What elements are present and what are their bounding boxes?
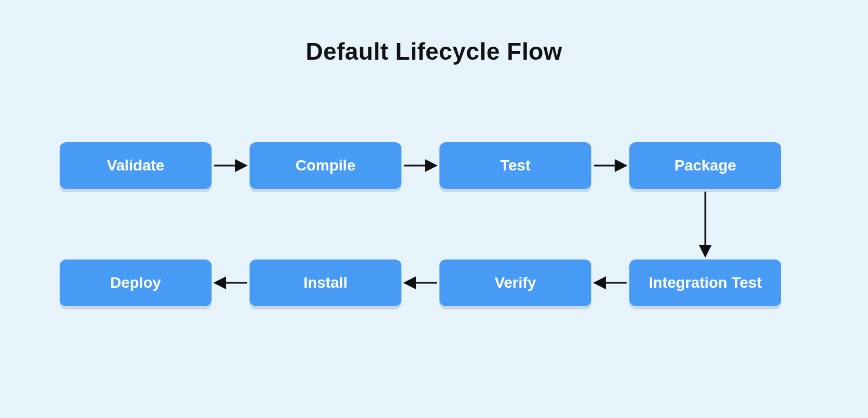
diagram-title: Default Lifecycle Flow xyxy=(0,38,868,65)
node-package: Package xyxy=(629,142,781,189)
node-validate: Validate xyxy=(60,142,212,189)
node-test: Test xyxy=(439,142,591,189)
node-install: Install xyxy=(250,259,401,306)
node-verify: Verify xyxy=(439,259,591,306)
node-integration-test: Integration Test xyxy=(629,259,781,306)
node-deploy: Deploy xyxy=(60,259,212,306)
node-compile: Compile xyxy=(250,142,401,189)
